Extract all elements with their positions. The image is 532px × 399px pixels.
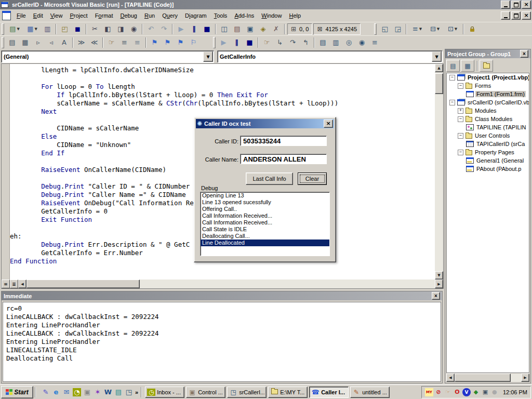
project-panel-titlebar[interactable]: Project Group - Group1 × (445, 49, 530, 58)
properties-window-button[interactable]: ▤ (231, 23, 244, 35)
myob-tray-icon[interactable]: MY (425, 388, 433, 396)
dialog-close-icon[interactable]: × (324, 119, 333, 128)
word-icon[interactable]: W (103, 387, 113, 397)
network-tray-icon[interactable]: ▣ (481, 388, 489, 396)
vscroll-thumb[interactable] (435, 73, 443, 94)
break-button[interactable]: ‖ (188, 23, 201, 35)
procedure-view-button[interactable]: ≡ (2, 280, 10, 288)
menu-help[interactable]: Help (285, 11, 304, 20)
comment-block-button[interactable]: ≡ (118, 36, 131, 49)
code-line[interactable]: lLength = lpCallInfo.dwCallerIDNameSize (10, 66, 435, 74)
code-line[interactable]: If lpCallInfo.bBytes(lStart + lLoop) = 0… (10, 91, 435, 99)
code-margin[interactable] (2, 64, 10, 280)
menu-edit[interactable]: Edit (30, 11, 47, 20)
next-bookmark-button[interactable]: ⚑ (161, 36, 174, 49)
menu-view[interactable]: View (47, 11, 66, 20)
last-call-info-button[interactable]: Last Call Info (246, 172, 293, 185)
code-vertical-scrollbar[interactable]: ▲ ▼ (435, 64, 443, 280)
add-project-button[interactable]: ▦▼ (23, 23, 41, 35)
project-explorer-button[interactable]: ◫ (218, 23, 231, 35)
list-properties-button[interactable]: ▤ (6, 36, 19, 49)
center-button[interactable]: ⊟▼ (426, 23, 444, 35)
view-code-button[interactable]: ▤ (446, 60, 460, 72)
app-window-icon[interactable]: ▣ (82, 387, 92, 397)
full-module-view-button[interactable]: ≣ (10, 280, 18, 288)
lock-controls-button[interactable] (466, 23, 478, 35)
project-hscroll-thumb[interactable] (455, 374, 511, 382)
debug-list-item[interactable]: Call Information Received... (201, 219, 329, 226)
copy-button[interactable]: ◧ (101, 23, 114, 35)
tree-expand-icon[interactable]: − (458, 150, 463, 155)
tree-item-label[interactable]: TAPICallerID (srCa (475, 141, 526, 147)
tree-item[interactable]: TAPILINE (TAPILIN (447, 123, 529, 131)
msn-icon[interactable]: ✶ (92, 387, 103, 397)
open-project-button[interactable]: ◰ (58, 23, 71, 35)
debug-list-item[interactable]: Offering Call.. (201, 206, 329, 212)
toggle-folders-button[interactable] (480, 60, 493, 72)
toggle-breakpoint-hand-button[interactable]: ☞ (105, 36, 118, 49)
code-line[interactable]: Next (10, 108, 435, 116)
menu-addins[interactable]: Add-Ins (231, 11, 258, 20)
toolbar-grip[interactable] (374, 23, 377, 35)
tree-item[interactable]: +Modules (447, 107, 529, 115)
tree-item[interactable]: −Forms (447, 82, 529, 90)
debug-listbox[interactable]: Opening Line 13Line 13 opened sucessfull… (200, 192, 330, 256)
tree-item[interactable]: −Property Pages (447, 148, 529, 156)
scroll-up-icon[interactable]: ▲ (435, 64, 443, 72)
tree-item[interactable]: General1 (General (447, 156, 529, 165)
project-hscrollbar[interactable]: ◀ ▶ (446, 374, 529, 382)
tree-expand-icon[interactable]: − (458, 133, 463, 139)
taskbar-clock[interactable]: 12:06 PM (503, 389, 527, 395)
step-out-button[interactable]: ↰ (299, 36, 312, 49)
task-button[interactable]: E:\MY T... (268, 387, 308, 398)
caller-id-field[interactable]: 5035335244 (240, 136, 327, 146)
scroll-down-icon[interactable]: ▼ (435, 271, 443, 280)
parameter-info-button[interactable]: ◃ (45, 36, 58, 49)
form-layout-button[interactable]: ▣ (244, 23, 257, 35)
frontpage-icon[interactable]: ✎ (41, 387, 51, 397)
debug-list-item[interactable]: Deallocating Call... (201, 233, 329, 240)
tree-expand-icon[interactable]: + (458, 108, 463, 114)
locals-window-button[interactable]: ▤ (316, 36, 329, 49)
toolbar-grip[interactable] (2, 37, 4, 48)
procedure-dropdown[interactable]: GetCallerInfo ▼ (217, 50, 443, 63)
tree-item-label[interactable]: Modules (474, 108, 498, 114)
tree-item-label[interactable]: Class Modules (474, 116, 513, 122)
project-scroll-right-icon[interactable]: ▶ (521, 374, 529, 382)
debug-list-item[interactable]: Call State is IDLE (201, 226, 329, 233)
view-object-button[interactable]: ▦ (461, 60, 474, 72)
immediate-line[interactable]: rc=0 (6, 304, 441, 313)
debug-break-button[interactable]: ‖ (230, 36, 243, 49)
align-button[interactable]: ≡▼ (408, 23, 426, 35)
watch-window-button[interactable]: ◎ (342, 36, 355, 49)
task-button[interactable]: ◳srCallerI... (227, 387, 267, 398)
tree-item[interactable]: −Project1 (Project1.vbp) (447, 73, 529, 82)
uncomment-block-button[interactable]: ≡ (131, 36, 144, 49)
step-into-button[interactable]: ↳ (273, 36, 286, 49)
dropdown-arrow-icon[interactable]: ▼ (455, 27, 457, 31)
clear-bookmarks-button[interactable]: ⚐ (187, 36, 200, 49)
red-o-tray-icon[interactable]: O (453, 388, 461, 396)
menu-file[interactable]: File (13, 11, 30, 20)
save-project-group-button[interactable]: ◼ (71, 23, 84, 35)
debug-list-item[interactable]: Call Information Received... (201, 212, 329, 219)
show-desktop-icon[interactable]: ▤ (113, 387, 124, 397)
object-dropdown[interactable]: (General) ▼ (1, 50, 214, 63)
call-stack-button[interactable]: ≡ (368, 36, 381, 49)
task-button[interactable]: ▣Control ... (186, 387, 225, 398)
debug-list-item[interactable]: Opening Line 13 (201, 192, 329, 199)
caller-name-field[interactable]: ANDERSON ALLEN (240, 154, 327, 164)
add-form-button[interactable]: ▤▼ (6, 23, 23, 35)
vb-icon[interactable]: ◳ (124, 387, 134, 397)
tree-item[interactable]: Form1 (Form1.frm) (447, 90, 529, 98)
undo-button[interactable]: ↶ (144, 23, 157, 35)
immediate-titlebar[interactable]: Immediate × (2, 291, 442, 300)
immediate-line[interactable]: LineCALLBACK : dwCallbackInst = 2092224 (6, 329, 441, 338)
immediate-close-icon[interactable]: × (432, 292, 440, 300)
task-button[interactable]: ✎untitled ... (350, 387, 390, 398)
previous-bookmark-button[interactable]: ⚑ (174, 36, 187, 49)
menu-diagram[interactable]: Diagram (181, 11, 210, 20)
clear-button[interactable]: Clear (298, 172, 327, 185)
tree-item-label[interactable]: User Controls (474, 132, 511, 139)
task-button[interactable]: ☎Caller I... (309, 387, 349, 398)
